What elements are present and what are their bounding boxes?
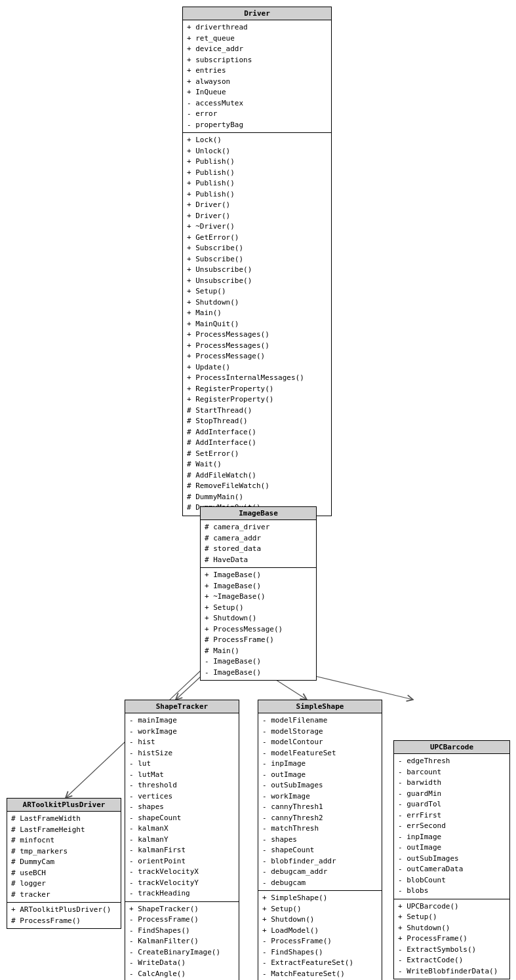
list-item: + Unlock() <box>187 146 327 157</box>
list-item: # AddInterface() <box>187 427 327 438</box>
list-item: # tracker <box>11 890 117 901</box>
list-item: + Publish() <box>187 178 327 189</box>
list-item: - accessMutex <box>187 98 327 109</box>
list-item: - ExtractCode() <box>398 955 506 966</box>
artoolkitplus-methods: + ARToolkitPlusDriver()# ProcessFrame() <box>7 903 121 928</box>
driver-class: Driver + driverthread+ ret_queue+ device… <box>182 7 332 516</box>
list-item: - trackVelocityX <box>129 867 235 878</box>
list-item: - outCameraData <box>398 864 506 875</box>
imagebase-fields: # camera_driver# camera_addr# stored_dat… <box>201 520 316 568</box>
list-item: # ProcessFrame() <box>11 916 117 927</box>
list-item: - cannyThresh1 <box>262 802 378 813</box>
list-item: - inpImage <box>398 832 506 843</box>
list-item: + Subscribe() <box>187 243 327 254</box>
list-item: # useBCH <box>11 868 117 879</box>
list-item: + ProcessMessage() <box>187 351 327 362</box>
list-item: - vertices <box>129 791 235 802</box>
list-item: + UPCBarcode() <box>398 901 506 913</box>
shapetracker-class: ShapeTracker - mainImage- workImage- his… <box>125 700 239 980</box>
list-item: + Setup() <box>262 904 378 915</box>
imagebase-methods: + ImageBase()+ ImageBase()+ ~ImageBase()… <box>201 568 316 680</box>
list-item: + RegisterProperty() <box>187 384 327 395</box>
artoolkitplus-title: ARToolkitPlusDriver <box>7 799 121 812</box>
list-item: + InQueue <box>187 87 327 98</box>
list-item: # StopThread() <box>187 416 327 427</box>
list-item: - workImage <box>129 726 235 738</box>
list-item: + ProcessInternalMessages() <box>187 373 327 384</box>
list-item: + ProcessMessages() <box>187 341 327 352</box>
list-item: - matchThresh <box>262 823 378 835</box>
list-item: - shapes <box>262 835 378 846</box>
list-item: - mainImage <box>129 715 235 726</box>
driver-methods: + Lock()+ Unlock()+ Publish()+ Publish()… <box>183 133 331 516</box>
list-item: - ProcessFrame() <box>262 936 378 947</box>
imagebase-title: ImageBase <box>201 507 316 520</box>
list-item: + Publish() <box>187 157 327 168</box>
shapetracker-methods: + ShapeTracker()- ProcessFrame()- FindSh… <box>125 902 239 981</box>
list-item: # StartThread() <box>187 405 327 417</box>
list-item: + Unsubscribe() <box>187 276 327 287</box>
list-item: + ~ImageBase() <box>205 592 312 603</box>
list-item: + ImageBase() <box>205 570 312 581</box>
list-item: # LastFrameHeight <box>11 825 117 836</box>
upcbarcode-title: UPCBarcode <box>394 741 509 754</box>
list-item: - trackVelocityY <box>129 878 235 889</box>
list-item: + alwayson <box>187 77 327 88</box>
list-item: + ~Driver() <box>187 221 327 233</box>
list-item: - FindShapes() <box>129 926 235 937</box>
list-item: + Update() <box>187 362 327 373</box>
list-item: + LoadModel() <box>262 926 378 937</box>
list-item: + Driver() <box>187 211 327 222</box>
list-item: - FindShapes() <box>262 947 378 958</box>
imagebase-class: ImageBase # camera_driver# camera_addr# … <box>200 506 317 681</box>
list-item: + ret_queue <box>187 33 327 45</box>
list-item: - kalmanFirst <box>129 845 235 856</box>
upcbarcode-methods: + UPCBarcode()+ Setup()+ Shutdown()+ Pro… <box>394 899 509 979</box>
list-item: + ShapeTracker() <box>129 904 235 915</box>
list-item: + Lock() <box>187 135 327 146</box>
list-item: # DummyCam <box>11 857 117 868</box>
list-item: - outSubImages <box>262 780 378 791</box>
list-item: + Setup() <box>398 912 506 923</box>
list-item: + device_addr <box>187 44 327 55</box>
list-item: - MatchFeatureSet() <box>262 969 378 980</box>
list-item: - blobfinder_addr <box>262 856 378 867</box>
simpleshape-title: SimpleShape <box>258 700 382 713</box>
list-item: + MainQuit() <box>187 319 327 330</box>
list-item: + entries <box>187 66 327 77</box>
upcbarcode-class: UPCBarcode - edgeThresh- barcount- barwi… <box>393 740 510 979</box>
list-item: - guardTol <box>398 799 506 810</box>
list-item: # stored_data <box>205 544 312 555</box>
list-item: + GetError() <box>187 233 327 244</box>
simpleshape-fields: - modelFilename- modelStorage- modelCont… <box>258 713 382 891</box>
upcbarcode-fields: - edgeThresh- barcount- barwidth- guardM… <box>394 754 509 899</box>
list-item: - ProcessFrame() <box>129 914 235 926</box>
list-item: - cannyThresh2 <box>262 813 378 824</box>
list-item: - ImageBase() <box>205 668 312 679</box>
shapetracker-title: ShapeTracker <box>125 700 239 713</box>
list-item: - outSubImages <box>398 854 506 865</box>
list-item: - histSize <box>129 748 235 759</box>
list-item: + Main() <box>187 308 327 319</box>
list-item: # Main() <box>205 646 312 657</box>
list-item: - orientPoint <box>129 856 235 867</box>
list-item: - modelStorage <box>262 726 378 738</box>
artoolkitplus-fields: # LastFrameWidth# LastFrameHeight# minfo… <box>7 812 121 903</box>
driver-fields: + driverthread+ ret_queue+ device_addr+ … <box>183 20 331 133</box>
list-item: - hist <box>129 737 235 748</box>
list-item: + ProcessMessages() <box>187 330 327 341</box>
list-item: - ImageBase() <box>205 656 312 668</box>
list-item: - lutMat <box>129 770 235 781</box>
list-item: - CalcAngle() <box>129 969 235 980</box>
list-item: # camera_driver <box>205 522 312 533</box>
list-item: - WriteBlobfinderData() <box>398 966 506 977</box>
list-item: + SimpleShape() <box>262 893 378 904</box>
list-item: # minfocnt <box>11 835 117 846</box>
list-item: - modelContour <box>262 737 378 748</box>
list-item: - lut <box>129 759 235 770</box>
list-item: + driverthread <box>187 22 327 33</box>
list-item: + Shutdown() <box>205 613 312 624</box>
list-item: + Driver() <box>187 200 327 211</box>
list-item: - errSecond <box>398 821 506 832</box>
list-item: - outImage <box>398 842 506 854</box>
